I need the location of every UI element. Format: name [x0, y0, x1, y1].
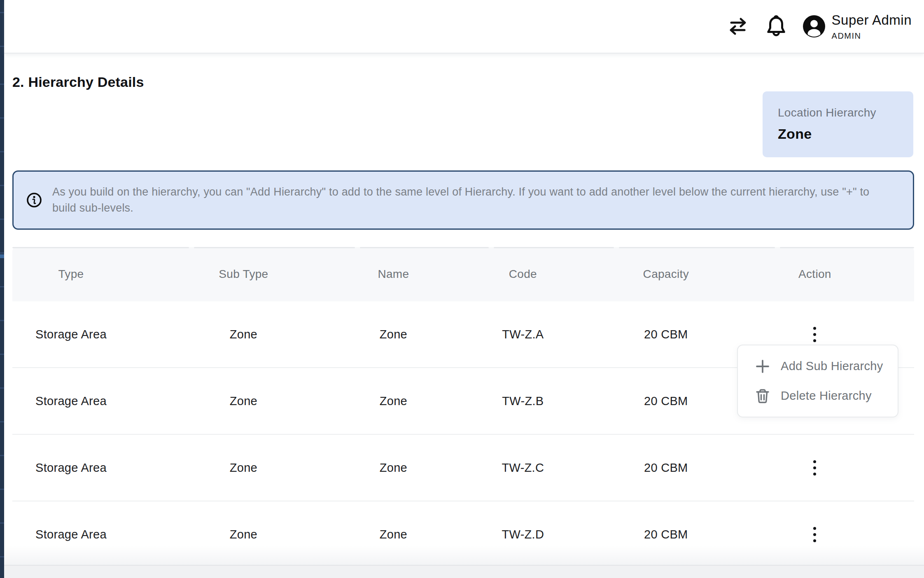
cell-type: Storage Area — [12, 301, 191, 367]
column-header-name: Name — [357, 247, 491, 301]
cell-sub-type: Zone — [191, 435, 357, 501]
location-hierarchy-card: Location Hierarchy Zone — [763, 91, 913, 157]
menu-item-label: Add Sub Hierarchy — [781, 359, 883, 373]
user-avatar[interactable] — [803, 15, 825, 37]
table-header-row: Type Sub Type Name Code Capacity Action — [12, 247, 914, 301]
menu-item-add-sub-hierarchy[interactable]: Add Sub Hierarchy — [738, 352, 898, 381]
top-bar-actions: Super Admin ADMIN — [728, 13, 924, 40]
cell-sub-type: Zone — [191, 368, 357, 434]
column-header-action: Action — [777, 247, 914, 301]
table-row: Storage Area Zone Zone TW-Z.C 20 CBM — [12, 435, 914, 501]
cell-name: Zone — [357, 301, 491, 367]
swap-arrows-icon — [728, 17, 748, 36]
user-name: Super Admin — [832, 13, 912, 27]
sidebar-edge — [0, 0, 4, 578]
page-title: 2. Hierarchy Details — [12, 74, 144, 90]
cell-name: Zone — [357, 501, 491, 567]
cell-capacity: 20 CBM — [616, 435, 777, 501]
row-actions-kebab-icon[interactable] — [805, 525, 824, 544]
user-role: ADMIN — [832, 32, 861, 40]
cell-type: Storage Area — [12, 501, 191, 567]
action-menu: Add Sub Hierarchy Delete Hierarchy — [737, 345, 898, 417]
cell-type: Storage Area — [12, 435, 191, 501]
cell-name: Zone — [357, 368, 491, 434]
menu-item-label: Delete Hierarchy — [781, 389, 872, 403]
info-icon — [26, 192, 42, 208]
cell-code: TW-Z.C — [491, 435, 616, 501]
column-header-capacity: Capacity — [616, 247, 777, 301]
plus-icon — [754, 359, 771, 374]
info-banner: As you build on the hierarchy, you can "… — [12, 170, 914, 230]
transfer-button[interactable] — [728, 17, 748, 36]
cell-sub-type: Zone — [191, 301, 357, 367]
user-info[interactable]: Super Admin ADMIN — [832, 13, 912, 40]
trash-icon — [754, 388, 771, 404]
column-header-type: Type — [12, 247, 191, 301]
bell-icon — [766, 15, 786, 37]
notifications-button[interactable] — [766, 15, 786, 37]
cell-sub-type: Zone — [191, 501, 357, 567]
column-header-code: Code — [491, 247, 616, 301]
column-header-sub-type: Sub Type — [191, 247, 357, 301]
row-actions-kebab-icon[interactable] — [805, 325, 824, 344]
cell-capacity: 20 CBM — [616, 501, 777, 567]
cell-type: Storage Area — [12, 368, 191, 434]
sidebar-active-indicator — [0, 254, 4, 258]
location-hierarchy-value: Zone — [778, 126, 913, 142]
top-bar: Super Admin ADMIN — [4, 0, 924, 54]
location-hierarchy-label: Location Hierarchy — [778, 106, 913, 119]
menu-item-delete-hierarchy[interactable]: Delete Hierarchy — [738, 381, 898, 411]
bottom-strip — [4, 565, 924, 578]
cell-code: TW-Z.A — [491, 301, 616, 367]
cell-code: TW-Z.B — [491, 368, 616, 434]
cell-name: Zone — [357, 435, 491, 501]
info-banner-text: As you build on the hierarchy, you can "… — [52, 184, 874, 216]
row-actions-kebab-icon[interactable] — [805, 458, 824, 477]
table-row: Storage Area Zone Zone TW-Z.D 20 CBM — [12, 501, 914, 568]
cell-code: TW-Z.D — [491, 501, 616, 567]
